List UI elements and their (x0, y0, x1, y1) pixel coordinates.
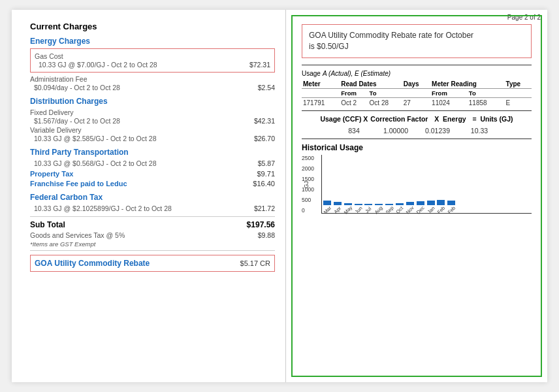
third-party-amount: $5.87 (258, 159, 275, 167)
bar-group: Feb (437, 200, 445, 213)
bar (364, 204, 372, 205)
col-meter-from: From (430, 88, 468, 97)
third-party-detail-row: 10.33 GJ @ $0.568/GJ - Oct 2 to Oct 28 $… (30, 159, 275, 167)
rebate-divider (30, 250, 275, 251)
col-meter: Meter (302, 80, 340, 89)
chart-bars: MarAprMayJunJulAugSepOctNovDecJanFebFeb (321, 155, 532, 214)
gas-cost-amount: $72.31 (249, 61, 270, 69)
notice-text-line1: GOA Utility Commodity Rebate rate for Oc… (309, 30, 524, 41)
gst-amount: $9.88 (258, 231, 275, 239)
meter-id: 171791 (302, 97, 340, 108)
rebate-amount: $5.17 CR (240, 259, 270, 267)
bar-group: Feb (447, 201, 456, 213)
bar (437, 200, 445, 205)
bar-group: Apr (334, 202, 342, 213)
bar-label: Nov (405, 204, 415, 215)
variable-delivery-row: Variable Delivery (30, 126, 275, 134)
federal-carbon-detail: 10.33 GJ @ $2.1025899/GJ - Oct 2 to Oct … (30, 204, 172, 212)
usage-top-divider (302, 65, 532, 65)
admin-fee-amount: $2.54 (258, 84, 275, 91)
bar-label: Apr (333, 205, 343, 215)
bar (427, 201, 435, 205)
franchise-fee-amount: $16.40 (253, 180, 275, 188)
variable-delivery-detail: 10.33 GJ @ $2.585/GJ - Oct 2 to Oct 28 (30, 135, 157, 142)
federal-carbon-amount: $21.72 (254, 204, 275, 212)
bar-label: Jan (426, 205, 436, 215)
bar-label: Dec (415, 204, 426, 215)
page-container: Page 2 of 2 Current Charges Energy Charg… (12, 10, 547, 382)
bar-group: Nov (406, 202, 414, 213)
bar-label: Jun (354, 205, 364, 215)
federal-carbon-heading: Federal Carbon Tax (30, 193, 275, 202)
third-party-heading: Third Party Transportation (30, 148, 275, 157)
calc-divider (302, 139, 532, 139)
bar (323, 201, 331, 205)
property-tax-row: Property Tax $9.71 (30, 170, 275, 178)
bar-label: Feb (436, 204, 446, 215)
gas-cost-row: Gas Cost (35, 52, 270, 60)
bar-label: Mar (323, 204, 333, 215)
bar-label: Feb (446, 204, 456, 215)
gas-cost-label: Gas Cost (35, 52, 63, 60)
rebate-box: GOA Utility Commodity Rebate $5.17 CR (30, 255, 275, 272)
col-meter-reading: Meter Reading (430, 80, 504, 89)
type: E (505, 97, 532, 108)
fixed-delivery-detail: $1.567/day - Oct 2 to Oct 28 (30, 117, 120, 125)
admin-fee-label: Administration Fee (30, 75, 88, 83)
gst-note: *Items are GST Exempt (30, 240, 275, 248)
bar (406, 202, 414, 205)
property-tax-amount: $9.71 (257, 170, 275, 178)
bar-group: Jan (427, 201, 435, 213)
third-party-detail: 10.33 GJ @ $0.568/GJ - Oct 2 to Oct 28 (30, 159, 157, 167)
fixed-delivery-label: Fixed Delivery (30, 108, 74, 116)
fixed-delivery-row: Fixed Delivery (30, 108, 275, 116)
notice-text-line2: is $0.50/GJ (309, 41, 524, 52)
variable-delivery-amount: $26.70 (254, 135, 275, 142)
variable-delivery-label: Variable Delivery (30, 126, 82, 134)
col-type: Type (505, 80, 532, 89)
col-meter-to: To (468, 88, 505, 97)
col-read-to: To (368, 88, 402, 97)
usage-title: Usage A (Actual), E (Estimate) (302, 69, 532, 77)
franchise-fee-row: Franchise Fee paid to Leduc $16.40 (30, 180, 275, 188)
gst-row: Goods and Services Tax @ 5% $9.88 (30, 231, 275, 239)
subtotal-amount: $197.56 (247, 220, 275, 229)
chart-area: GJ 2500 2000 1500 1000 500 0 MarAprMayJu… (302, 155, 532, 227)
bar (344, 203, 352, 205)
admin-fee-detail-row: $0.094/day - Oct 2 to Oct 28 $2.54 (30, 84, 275, 91)
meter-from: 11024 (430, 97, 468, 108)
rebate-label: GOA Utility Commodity Rebate (35, 259, 150, 268)
bar-label: May (343, 204, 353, 215)
variable-delivery-detail-row: 10.33 GJ @ $2.585/GJ - Oct 2 to Oct 28 $… (30, 135, 275, 142)
bar-group: May (343, 203, 353, 213)
admin-fee-detail: $0.094/day - Oct 2 to Oct 28 (30, 84, 120, 91)
table-row: 171791 Oct 2 Oct 28 27 11024 11858 E (302, 97, 532, 108)
read-to: Oct 28 (368, 97, 402, 108)
subtotal-row: Sub Total $197.56 (30, 220, 275, 229)
gas-cost-detail: 10.33 GJ @ $7.00/GJ - Oct 2 to Oct 28 (35, 61, 157, 69)
read-from: Oct 2 (340, 97, 368, 108)
admin-fee-row: Administration Fee (30, 75, 275, 83)
bar-group: Sep (385, 204, 394, 213)
federal-carbon-detail-row: 10.33 GJ @ $2.1025899/GJ - Oct 2 to Oct … (30, 204, 275, 212)
meter-to: 11858 (468, 97, 505, 108)
fixed-delivery-amount: $42.31 (254, 117, 275, 125)
col-read-dates: Read Dates (340, 80, 402, 89)
bar-label: Jul (364, 206, 373, 214)
historical-title: Historical Usage (302, 143, 532, 152)
bar-label: Oct (395, 205, 405, 215)
right-panel: GOA Utility Commodity Rebate rate for Oc… (291, 15, 542, 377)
days: 27 (402, 97, 430, 108)
energy-charges-heading: Energy Charges (30, 37, 275, 46)
bar-group: Jul (364, 204, 372, 213)
gas-cost-detail-row: 10.33 GJ @ $7.00/GJ - Oct 2 to Oct 28 $7… (35, 61, 270, 69)
calc-header-row: Usage (CCF) X Correction Factor X Energy… (302, 115, 532, 123)
fixed-delivery-detail-row: $1.567/day - Oct 2 to Oct 28 $42.31 (30, 117, 275, 125)
bar (334, 202, 342, 205)
subtotal-label: Sub Total (30, 220, 65, 229)
bar-group: Aug (374, 204, 383, 213)
bar-group: Oct (396, 203, 404, 213)
gst-label: Goods and Services Tax @ 5% (30, 231, 125, 239)
franchise-fee-label: Franchise Fee paid to Leduc (30, 180, 127, 188)
left-panel: Current Charges Energy Charges Gas Cost … (12, 10, 286, 382)
